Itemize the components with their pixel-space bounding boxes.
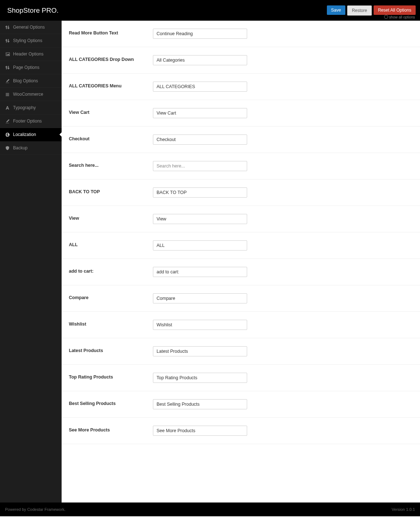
field-input[interactable] xyxy=(153,187,247,198)
field-input-wrap xyxy=(153,399,247,409)
sidebar-item-label: Backup xyxy=(13,145,28,150)
field-input-wrap xyxy=(153,320,247,330)
field-input[interactable] xyxy=(153,267,247,277)
field-label: Checkout xyxy=(69,135,153,141)
field-row: See More Products xyxy=(62,418,420,444)
sidebar-item-localization[interactable]: Localization xyxy=(0,128,62,141)
field-input[interactable] xyxy=(153,240,247,251)
sliders-icon xyxy=(4,65,10,70)
field-input-wrap xyxy=(153,135,247,145)
sidebar-item-blog-options[interactable]: Blog Options xyxy=(0,74,62,88)
field-row: View xyxy=(62,206,420,232)
reset-all-button[interactable]: Reset All Options xyxy=(374,5,416,15)
save-button[interactable]: Save xyxy=(327,5,345,15)
field-input-wrap xyxy=(153,82,247,92)
field-row: Best Selling Products xyxy=(62,391,420,418)
field-input-wrap xyxy=(153,240,247,251)
field-input[interactable] xyxy=(153,29,247,39)
sidebar-item-label: WooCommerce xyxy=(13,92,43,97)
globe-icon xyxy=(4,132,10,137)
field-row: Wishlist xyxy=(62,312,420,338)
shield-icon xyxy=(4,146,10,150)
field-input-wrap xyxy=(153,214,247,224)
field-row: Latest Products xyxy=(62,338,420,365)
field-label: Best Selling Products xyxy=(69,399,153,406)
footer-right: Version 1.0.1 xyxy=(392,507,415,512)
field-label: View Cart xyxy=(69,108,153,115)
field-label: ALL CATEGORIES Menu xyxy=(69,82,153,88)
sidebar-item-header-options[interactable]: Header Options xyxy=(0,47,62,61)
field-row: ALL CATEGORIES Drop Down xyxy=(62,47,420,74)
sidebar-item-woocommerce[interactable]: WooCommerce xyxy=(0,88,62,101)
restore-button[interactable]: Restore xyxy=(347,5,372,16)
field-label: BACK TO TOP xyxy=(69,187,153,194)
field-input[interactable] xyxy=(153,214,247,224)
field-input-wrap xyxy=(153,55,247,65)
field-input[interactable] xyxy=(153,108,247,118)
field-input[interactable] xyxy=(153,346,247,356)
sidebar-item-page-options[interactable]: Page Options xyxy=(0,61,62,74)
edit-icon xyxy=(4,119,10,124)
sidebar-item-label: Styling Options xyxy=(13,38,42,43)
sidebar-item-label: Footer Options xyxy=(13,119,42,124)
field-input[interactable] xyxy=(153,399,247,409)
field-label: Latest Products xyxy=(69,346,153,353)
content: Read More Button TextALL CATEGORIES Drop… xyxy=(62,21,420,502)
header: ShopStore PRO. Save Restore Reset All Op… xyxy=(0,0,420,21)
sidebar: General OptionsStyling OptionsHeader Opt… xyxy=(0,21,62,502)
show-all-options-link[interactable]: show all options xyxy=(384,15,415,19)
field-input-wrap xyxy=(153,108,247,118)
sidebar-item-label: Localization xyxy=(13,132,36,137)
field-row: Search here... xyxy=(62,153,420,179)
field-label: View xyxy=(69,214,153,221)
sidebar-item-label: Page Options xyxy=(13,65,39,70)
image-icon xyxy=(4,52,10,57)
sidebar-item-footer-options[interactable]: Footer Options xyxy=(0,115,62,128)
sidebar-item-styling-options[interactable]: Styling Options xyxy=(0,34,62,47)
field-label: Wishlist xyxy=(69,320,153,327)
sliders-icon xyxy=(4,25,10,30)
font-icon xyxy=(4,106,10,110)
field-input-wrap xyxy=(153,29,247,39)
field-row: ALL CATEGORIES Menu xyxy=(62,74,420,100)
footer: Powered by Codestar Framework. Version 1… xyxy=(0,502,420,516)
field-input-wrap xyxy=(153,373,247,383)
field-input[interactable] xyxy=(153,293,247,303)
sidebar-item-label: Header Options xyxy=(13,51,43,57)
field-label: Top Rating Products xyxy=(69,373,153,380)
sliders-icon xyxy=(4,38,10,43)
sidebar-item-typography[interactable]: Typography xyxy=(0,101,62,115)
field-label: Compare xyxy=(69,293,153,300)
field-row: ALL xyxy=(62,232,420,259)
field-input-wrap xyxy=(153,187,247,198)
field-input[interactable] xyxy=(153,82,247,92)
field-input[interactable] xyxy=(153,55,247,65)
field-label: Search here... xyxy=(69,161,153,168)
field-label: ALL CATEGORIES Drop Down xyxy=(69,55,153,62)
field-input-wrap xyxy=(153,161,247,171)
field-input[interactable] xyxy=(153,373,247,383)
field-label: Read More Button Text xyxy=(69,29,153,36)
field-label: See More Products xyxy=(69,426,153,433)
field-input[interactable] xyxy=(153,135,247,145)
field-input-wrap xyxy=(153,267,247,277)
page-title: ShopStore PRO. xyxy=(4,7,59,15)
field-input-wrap xyxy=(153,426,247,436)
field-row: Read More Button Text xyxy=(62,21,420,47)
field-row: add to cart: xyxy=(62,259,420,285)
field-input-wrap xyxy=(153,293,247,303)
bars-icon xyxy=(4,92,10,97)
field-input[interactable] xyxy=(153,320,247,330)
footer-left: Powered by Codestar Framework. xyxy=(5,507,66,512)
field-row: View Cart xyxy=(62,100,420,127)
edit-icon xyxy=(4,79,10,83)
field-row: Top Rating Products xyxy=(62,365,420,391)
sidebar-item-label: Typography xyxy=(13,105,36,110)
sidebar-item-label: General Options xyxy=(13,25,45,30)
field-input[interactable] xyxy=(153,161,247,171)
sidebar-item-general-options[interactable]: General Options xyxy=(0,21,62,34)
field-input[interactable] xyxy=(153,426,247,436)
sidebar-item-backup[interactable]: Backup xyxy=(0,141,62,155)
field-input-wrap xyxy=(153,346,247,356)
field-row: BACK TO TOP xyxy=(62,179,420,206)
